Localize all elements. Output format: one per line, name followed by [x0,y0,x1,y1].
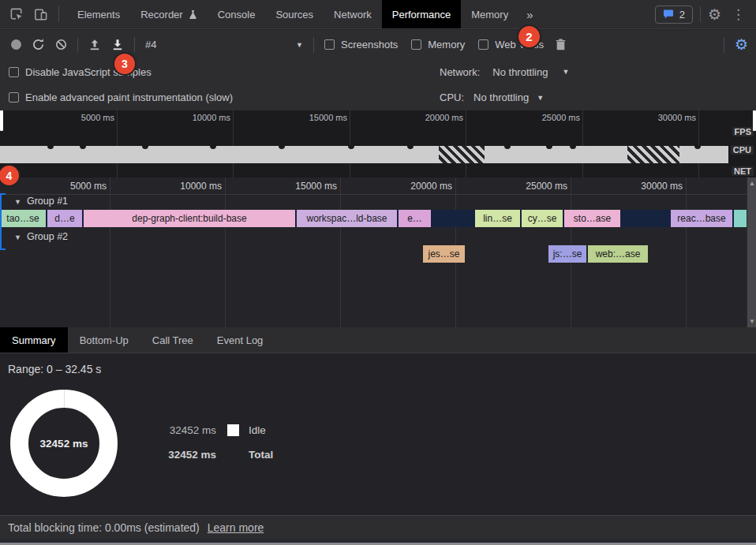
flame-bar[interactable]: lin…se [475,210,520,227]
memory-checkbox[interactable]: Memory [411,39,465,50]
network-throttling-dropdown[interactable]: No throttling [492,66,548,78]
checkbox[interactable] [411,39,421,50]
tab-performance[interactable]: Performance [382,0,461,28]
tab-label: Recorder [140,9,182,21]
cpu-throttling-control: CPU: No throttling ▼ [440,84,544,110]
group-label: Group #2 [27,231,68,242]
flame-tick-label: 20000 ms [381,181,452,192]
details-tab-event-log[interactable]: Event Log [205,327,275,353]
console-messages-button[interactable]: 2 [655,6,693,24]
flame-bar[interactable]: d…e [47,210,82,227]
flame-bar[interactable]: jes…se [423,245,465,263]
network-throttling-control: Network: No throttling ▼ [440,59,569,84]
divider [77,37,78,53]
cpu-activity-band [0,146,728,163]
group-header-group-1[interactable]: ▼Group #1 [14,196,68,207]
cpu-band-notch [80,145,86,149]
checkbox-label: Memory [428,39,465,50]
cpu-throttling-dropdown[interactable]: No throttling [473,91,529,103]
flame-tick-label: 30000 ms [612,181,683,192]
record-button[interactable] [11,39,21,50]
scroll-up-icon[interactable]: ▲ [747,180,756,187]
history-selected-label: #4 [145,39,156,50]
tab-elements[interactable]: Elements [67,0,130,28]
flame-scrollbar[interactable]: ▲ ▼ [747,177,756,327]
flame-bar[interactable]: reac…base [671,210,732,227]
settings-gear-icon[interactable]: ⚙ [708,7,721,22]
cpu-label: CPU: [440,91,464,103]
network-label: Network: [440,66,480,78]
cpu-band-notch [504,145,511,149]
details-tab-call-tree[interactable]: Call Tree [140,327,205,353]
overview-gridline [350,110,350,177]
tab-sources[interactable]: Sources [265,0,324,28]
ruler-divider [0,194,747,195]
overview-left-handle[interactable] [0,110,3,131]
panel-tabs: ElementsRecorderConsoleSourcesNetworkPer… [67,0,518,28]
overview-tick-label: 25000 ms [509,113,580,122]
cpu-idle-hatch [439,146,485,163]
performance-toolbar: #4 ▼ ScreenshotsMemoryWeb Vitals ⚙ [0,30,756,59]
save-profile-icon[interactable] [111,39,124,51]
clear-recording-icon[interactable] [55,39,67,50]
flame-bar[interactable]: dep-graph-client:build-base [84,210,295,227]
lane-label-fps: FPS [732,127,754,136]
scroll-down-icon[interactable]: ▼ [747,318,756,325]
timeline-overview[interactable]: 5000 ms10000 ms15000 ms20000 ms25000 ms3… [0,110,756,177]
collapse-triangle-icon[interactable]: ▼ [14,198,21,206]
chat-bubble-icon [663,9,674,20]
tab-label: Sources [275,9,313,21]
tabbar-right-controls: 2 ⚙ ⋮ [655,6,748,24]
tab-recorder[interactable]: Recorder [130,0,207,28]
tutorial-step-badge-2: 2 [517,24,541,49]
advanced-paint-checkbox[interactable]: Enable advanced paint instrumentation (s… [9,91,233,103]
capture-settings-gear-icon[interactable]: ⚙ [735,37,748,52]
inspect-element-icon[interactable] [5,3,28,25]
history-dropdown[interactable]: #4 ▼ [145,39,303,50]
flame-tick-label: 10000 ms [151,181,222,192]
cpu-band-notch [210,145,216,149]
details-tab-bottom-up[interactable]: Bottom-Up [68,327,140,353]
checkbox[interactable] [9,67,19,77]
flame-bar[interactable] [734,210,747,227]
tab-memory[interactable]: Memory [461,0,518,28]
checkbox[interactable] [324,39,335,50]
load-profile-icon[interactable] [88,39,101,51]
details-tab-summary[interactable]: Summary [0,327,68,353]
tab-label: Performance [392,9,451,21]
more-tabs-button[interactable]: » [518,8,541,21]
overview-right-handle[interactable] [753,110,756,131]
divider [313,37,314,53]
group-header-group-2[interactable]: ▼Group #2 [14,231,68,242]
flame-bar[interactable]: sto…ase [564,210,620,227]
checkbox[interactable] [478,39,488,50]
learn-more-link[interactable]: Learn more [208,521,264,534]
flame-bar[interactable]: e… [399,210,431,227]
chevron-down-icon[interactable]: ▼ [562,68,569,76]
device-toolbar-icon[interactable] [28,3,52,25]
chevron-down-icon[interactable]: ▼ [537,94,544,102]
reload-and-record-button[interactable] [32,38,45,51]
flame-bar[interactable]: web:…ase [588,245,648,263]
screenshots-checkbox[interactable]: Screenshots [324,39,398,50]
lane-label-net: NET [732,166,754,176]
flame-bar[interactable]: workspac…ld-base [297,210,397,227]
group-track: tao…sed…edep-graph-client:build-basework… [0,210,747,227]
tab-network[interactable]: Network [324,0,382,28]
flame-bar[interactable]: tao…se [0,210,46,227]
checkbox[interactable] [9,92,19,103]
tab-console[interactable]: Console [208,0,266,28]
summary-panel: Range: 0 – 32.45 s 32452 ms 32452 msIdle… [0,354,756,515]
tab-label: Elements [77,9,120,21]
checkbox-label: Screenshots [341,39,398,50]
flame-bar[interactable]: cy…se [522,210,563,227]
overview-tick-label: 20000 ms [392,113,463,122]
flame-chart[interactable]: 5000 ms10000 ms15000 ms20000 ms25000 ms3… [0,177,756,327]
collapse-triangle-icon[interactable]: ▼ [14,233,21,241]
kebab-menu-icon[interactable]: ⋮ [728,8,748,21]
tab-label: Console [218,9,256,21]
flame-bar[interactable]: js:…se [548,245,586,263]
toolbar-checkboxes: ScreenshotsMemoryWeb Vitals [324,39,544,50]
trash-icon[interactable] [556,39,566,50]
overview-gridline [582,110,583,177]
